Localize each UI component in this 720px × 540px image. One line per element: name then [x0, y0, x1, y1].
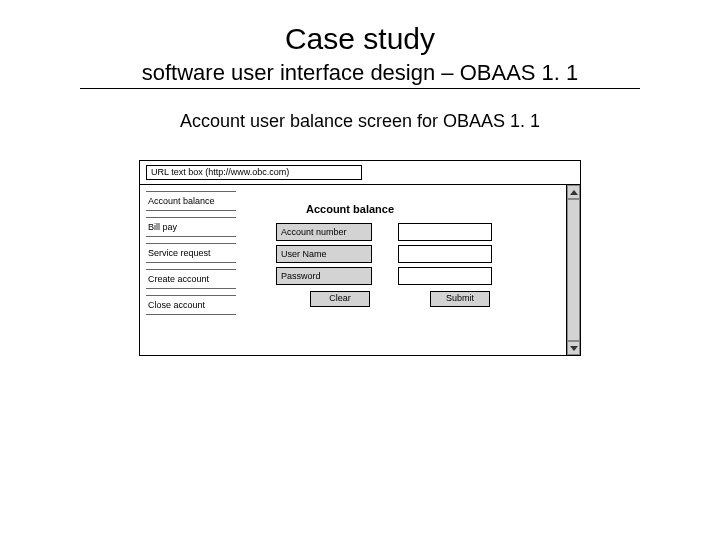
form-row-user-name: User Name — [276, 245, 536, 263]
sidebar-item-account-balance[interactable]: Account balance — [146, 191, 236, 211]
form-heading: Account balance — [306, 203, 536, 215]
input-user-name[interactable] — [398, 245, 492, 263]
sidebar: Account balance Bill pay Service request… — [146, 191, 236, 321]
submit-button[interactable]: Submit — [430, 291, 490, 307]
input-password[interactable] — [398, 267, 492, 285]
scroll-thumb[interactable] — [567, 199, 580, 341]
label-password: Password — [276, 267, 372, 285]
page-subtitle: software user interface design – OBAAS 1… — [80, 60, 640, 89]
chevron-up-icon — [570, 190, 578, 195]
sidebar-item-close-account[interactable]: Close account — [146, 295, 236, 315]
url-input[interactable]: URL text box (http://www.obc.com) — [146, 165, 362, 180]
browser-window: URL text box (http://www.obc.com) Accoun… — [139, 160, 581, 356]
form-row-account-number: Account number — [276, 223, 536, 241]
button-row: Clear Submit — [276, 291, 536, 307]
clear-button[interactable]: Clear — [310, 291, 370, 307]
input-account-number[interactable] — [398, 223, 492, 241]
sidebar-item-service-request[interactable]: Service request — [146, 243, 236, 263]
sidebar-item-create-account[interactable]: Create account — [146, 269, 236, 289]
form-area: Account balance Account number User Name… — [276, 203, 536, 307]
scrollbar[interactable] — [566, 185, 580, 355]
label-user-name: User Name — [276, 245, 372, 263]
page-title: Case study — [0, 22, 720, 56]
label-account-number: Account number — [276, 223, 372, 241]
scroll-down-button[interactable] — [567, 341, 580, 355]
chevron-down-icon — [570, 346, 578, 351]
form-row-password: Password — [276, 267, 536, 285]
scroll-up-button[interactable] — [567, 185, 580, 199]
page-subtitle-2: Account user balance screen for OBAAS 1.… — [0, 111, 720, 132]
urlbar-row: URL text box (http://www.obc.com) — [140, 161, 580, 185]
sidebar-item-bill-pay[interactable]: Bill pay — [146, 217, 236, 237]
content-area: Account balance Bill pay Service request… — [140, 185, 580, 355]
